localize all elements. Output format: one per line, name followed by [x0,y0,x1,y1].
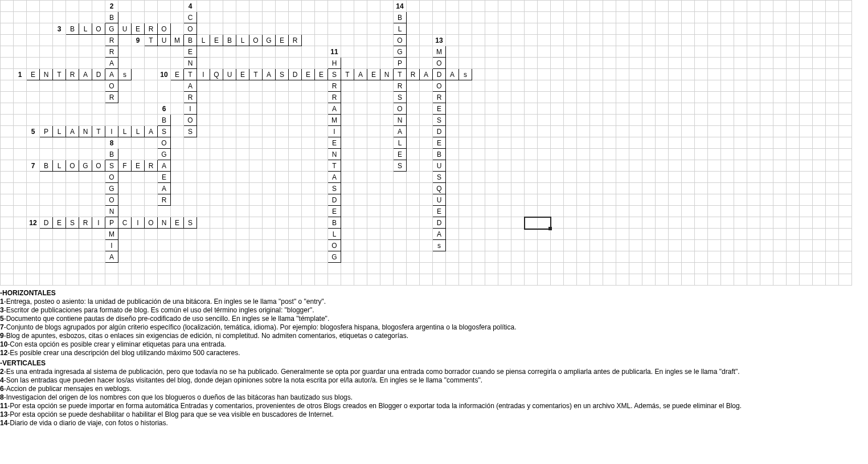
cell[interactable] [839,149,852,160]
cell[interactable] [27,172,40,183]
cell[interactable] [577,183,590,194]
cell[interactable] [682,149,695,160]
cell[interactable] [498,58,511,69]
cell[interactable] [210,206,223,217]
cell[interactable] [184,183,197,194]
cell[interactable] [315,263,328,274]
cell[interactable] [682,172,695,183]
cell[interactable] [538,172,551,183]
cell[interactable] [721,251,734,263]
cell[interactable] [367,58,380,69]
cell[interactable] [276,80,289,92]
cell[interactable]: T [53,69,66,80]
cell[interactable]: A [145,126,158,137]
cell[interactable] [145,183,158,194]
cell[interactable] [734,103,747,115]
cell[interactable] [14,35,27,46]
cell[interactable] [695,229,708,240]
cell[interactable] [79,240,92,251]
cell[interactable] [734,1,747,12]
cell[interactable] [263,160,276,172]
cell[interactable] [708,137,721,149]
cell[interactable] [249,58,263,69]
cell[interactable] [289,183,302,194]
cell[interactable] [800,12,813,23]
cell[interactable] [813,240,826,251]
cell[interactable] [747,69,760,80]
cell[interactable] [760,160,773,172]
cell[interactable]: I [132,217,145,229]
cell[interactable] [315,274,328,286]
cell[interactable] [525,103,538,115]
cell[interactable] [721,58,734,69]
cell[interactable] [249,115,263,126]
cell[interactable] [1,115,14,126]
cell[interactable] [826,137,839,149]
cell[interactable] [289,137,302,149]
cell[interactable] [485,12,498,23]
cell[interactable] [603,12,616,23]
cell[interactable] [760,46,773,58]
cell[interactable] [171,160,184,172]
cell[interactable] [79,46,92,58]
cell[interactable] [708,92,721,103]
cell[interactable] [682,229,695,240]
cell[interactable] [367,80,380,92]
cell[interactable] [485,149,498,160]
cell[interactable]: B [394,12,407,23]
cell[interactable] [276,263,289,274]
cell[interactable] [210,274,223,286]
cell[interactable] [839,115,852,126]
cell[interactable] [289,92,302,103]
cell[interactable] [525,115,538,126]
cell[interactable] [603,103,616,115]
cell[interactable] [472,137,485,149]
cell[interactable] [367,263,380,274]
cell[interactable] [498,69,511,80]
cell[interactable] [223,46,236,58]
cell[interactable]: N [40,69,53,80]
cell[interactable] [485,240,498,251]
cell[interactable] [826,172,839,183]
cell[interactable] [302,183,315,194]
cell[interactable] [92,46,105,58]
cell[interactable] [525,126,538,137]
cell[interactable] [616,80,629,92]
cell[interactable]: M [433,46,446,58]
cell[interactable] [629,103,642,115]
cell[interactable] [577,149,590,160]
cell[interactable]: T [145,35,158,46]
cell[interactable] [407,240,420,251]
cell[interactable] [498,206,511,217]
cell[interactable] [472,58,485,69]
cell[interactable] [682,58,695,69]
cell[interactable] [66,80,79,92]
cell[interactable] [223,103,236,115]
cell[interactable]: H [328,58,341,69]
cell[interactable]: T [92,126,105,137]
cell[interactable] [813,229,826,240]
cell[interactable] [263,23,276,35]
cell[interactable] [249,46,263,58]
cell[interactable] [760,263,773,274]
cell[interactable] [354,126,367,137]
cell[interactable] [485,1,498,12]
cell[interactable] [734,23,747,35]
cell[interactable] [577,274,590,286]
cell[interactable] [472,12,485,23]
cell[interactable] [813,58,826,69]
cell[interactable] [760,183,773,194]
cell[interactable] [276,92,289,103]
cell[interactable]: E [328,137,341,149]
cell[interactable] [747,194,760,206]
cell[interactable] [40,229,53,240]
cell[interactable] [577,115,590,126]
cell[interactable] [773,80,787,92]
cell[interactable] [446,251,459,263]
cell[interactable] [577,92,590,103]
cell[interactable] [773,229,787,240]
cell[interactable] [590,69,603,80]
cell[interactable] [629,69,642,80]
cell[interactable] [760,103,773,115]
cell[interactable] [747,263,760,274]
